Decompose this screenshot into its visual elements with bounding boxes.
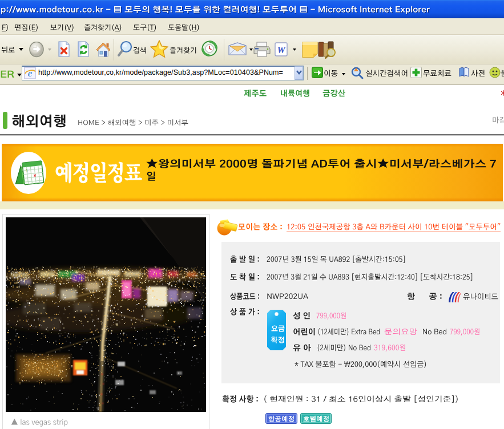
svg-text:e: e — [28, 68, 33, 79]
svg-text:W: W — [277, 45, 286, 55]
